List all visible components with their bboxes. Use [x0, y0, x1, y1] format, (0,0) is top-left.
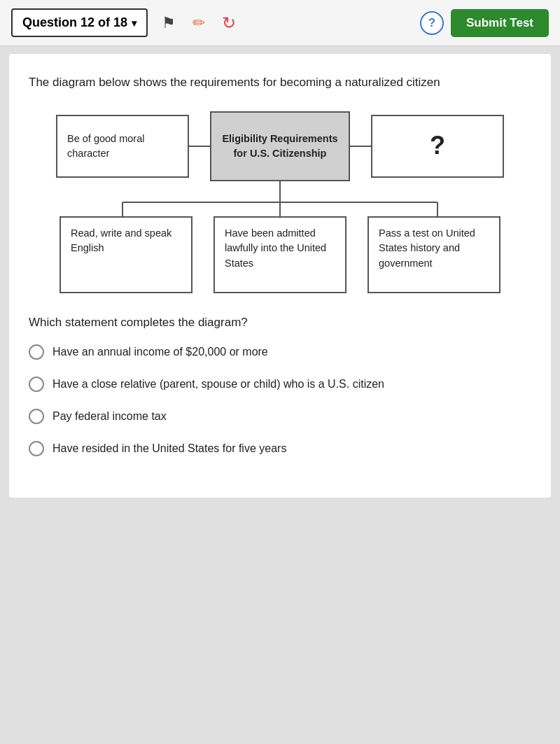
answer-section: Which statement completes the diagram? H…: [29, 316, 531, 457]
h-line-left: [189, 146, 210, 147]
diagram-box-bottom-right: Pass a test on United States history and…: [368, 216, 500, 293]
pencil-icon: ✏: [192, 14, 205, 31]
help-button[interactable]: ?: [420, 11, 444, 35]
header-right: ? Submit Test: [420, 9, 549, 37]
pencil-button[interactable]: ✏: [190, 11, 208, 35]
radio-b[interactable]: [29, 377, 44, 392]
chevron-down-icon: ▾: [132, 17, 136, 29]
header: Question 12 of 18 ▾ ⚑ ✏ ↻ ? Submit Test: [0, 0, 560, 46]
diagram-connectors-svg: [56, 181, 504, 216]
diagram: Be of good moral character Eligibility R…: [35, 111, 525, 293]
answer-text-b: Have a close relative (parent, spouse or…: [52, 376, 384, 393]
help-icon: ?: [428, 16, 435, 30]
which-statement-text: Which statement completes the diagram?: [29, 316, 531, 330]
diagram-box-top-right: ?: [371, 115, 504, 178]
answer-option-b[interactable]: Have a close relative (parent, spouse or…: [29, 376, 531, 393]
radio-c[interactable]: [29, 409, 44, 424]
main-content: The diagram below shows the requirements…: [8, 53, 552, 498]
radio-a[interactable]: [29, 344, 44, 360]
submit-test-button[interactable]: Submit Test: [451, 9, 549, 37]
diagram-box-center: Eligibility Requirements for U.S. Citize…: [210, 111, 350, 181]
answer-option-a[interactable]: Have an annual income of $20,000 or more: [29, 344, 531, 360]
answer-text-d: Have resided in the United States for fi…: [52, 440, 286, 457]
diagram-box-bottom-center: Have been admitted lawfully into the Uni…: [214, 216, 346, 293]
header-left: Question 12 of 18 ▾ ⚑ ✏ ↻: [11, 8, 239, 37]
diagram-bottom-row: Read, write and speak English Have been …: [35, 216, 525, 293]
diagram-box-top-left: Be of good moral character: [56, 115, 189, 178]
question-intro: The diagram below shows the requirements…: [29, 73, 531, 92]
flag-button[interactable]: ⚑: [159, 11, 178, 35]
answer-text-c: Pay federal income tax: [52, 408, 167, 425]
radio-d[interactable]: [29, 441, 44, 456]
answer-option-d[interactable]: Have resided in the United States for fi…: [29, 440, 531, 457]
diagram-top-row: Be of good moral character Eligibility R…: [35, 111, 525, 181]
diagram-box-bottom-left: Read, write and speak English: [59, 216, 192, 293]
flag-icon: ⚑: [162, 14, 176, 31]
refresh-icon: ↻: [222, 13, 236, 32]
answer-text-a: Have an annual income of $20,000 or more: [52, 344, 268, 360]
answer-option-c[interactable]: Pay federal income tax: [29, 408, 531, 425]
question-nav[interactable]: Question 12 of 18 ▾: [11, 8, 148, 37]
h-line-right: [350, 146, 371, 147]
question-nav-label: Question 12 of 18: [22, 15, 127, 30]
refresh-button[interactable]: ↻: [219, 10, 239, 36]
